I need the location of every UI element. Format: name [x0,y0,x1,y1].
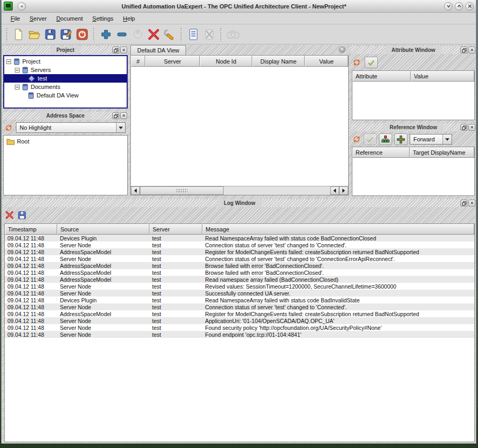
minimize-button[interactable] [444,2,453,11]
column-header-displayname[interactable]: Display Name [252,56,305,67]
project-panel-titlebar[interactable]: Project ✕ [3,46,128,54]
save-project-button[interactable] [43,27,58,42]
close-button[interactable] [465,2,474,11]
disconnect-server-button[interactable] [146,27,161,42]
close-panel-button[interactable]: ✕ [120,112,127,119]
new-project-button[interactable] [11,27,26,42]
float-panel-button[interactable] [112,112,119,119]
title-bar[interactable]: Unified Automation UaExpert - The OPC Un… [2,0,476,13]
save-project-as-button[interactable] [59,27,74,42]
open-project-button[interactable] [27,27,42,42]
remove-server-button[interactable] [114,27,129,42]
close-panel-button[interactable]: ✕ [120,47,127,53]
remove-document-button[interactable] [202,27,217,42]
column-header-timestamp[interactable]: Timestamp [5,224,57,235]
maximize-button[interactable] [455,2,463,11]
menu-help[interactable]: Help [118,14,140,23]
log-row[interactable]: 09.04.12 11:48 Server Node test Connecti… [5,303,474,310]
column-header-message[interactable]: Message [202,224,474,235]
add-document-button[interactable] [186,27,201,42]
combo-arrow[interactable] [442,135,452,144]
tab-default-da-view[interactable]: Default DA View [130,45,186,55]
tree-item-default-da-view[interactable]: Default DA View [4,91,127,100]
combo-arrow[interactable] [116,123,125,132]
log-row[interactable]: 09.04.12 11:48 Devices Plugin test Read … [5,235,474,241]
log-row[interactable]: 09.04.12 11:48 AddressSpaceModel test Re… [5,248,474,255]
tree-item-documents[interactable]: Documents [4,83,127,91]
column-header-target-displayname[interactable]: Target DisplayName [410,147,474,158]
server-properties-button[interactable] [162,27,177,42]
menu-file[interactable]: File [6,14,25,23]
tree-item-project[interactable]: Project [4,57,127,66]
refresh-icon[interactable] [352,58,361,67]
log-window-titlebar[interactable]: Log Window ✕ [3,199,476,207]
da-table-body[interactable] [131,67,348,186]
column-header-source[interactable]: Source [57,224,149,235]
menu-server[interactable]: Server [25,14,51,23]
log-row[interactable]: 09.04.12 11:48 Server Node test Found en… [5,331,474,338]
toolbar-handle[interactable] [6,28,8,41]
reference-window-titlebar[interactable]: Reference Window ✕ [351,123,476,131]
refresh-icon[interactable] [4,123,13,132]
close-panel-button[interactable]: ✕ [468,47,475,53]
hierarchical-references-button[interactable] [379,133,392,145]
column-header-attribute[interactable]: Attribute [352,71,411,82]
attribute-window-titlebar[interactable]: Attribute Window ✕ [351,46,476,54]
log-row[interactable]: 09.04.12 11:48 Server Node test Successf… [5,290,474,297]
column-header-index[interactable]: # [131,56,145,67]
log-row[interactable]: 09.04.12 11:48 Server Node test Connecti… [5,255,474,262]
address-space-titlebar[interactable]: Address Space ✕ [3,112,128,120]
log-row[interactable]: 09.04.12 11:48 AddressSpaceModel test Br… [5,262,474,269]
log-row[interactable]: 09.04.12 11:48 Devices Plugin test Read … [5,297,474,303]
log-row[interactable]: 09.04.12 11:48 Server Node test Connecti… [5,241,474,248]
tree-item-servers[interactable]: Servers [4,66,127,74]
float-panel-button[interactable] [461,200,467,207]
log-row[interactable]: 09.04.12 11:48 Server Node test Applicat… [5,317,474,324]
scroll-left-button[interactable] [131,186,140,195]
float-panel-button[interactable] [461,124,467,131]
float-panel-button[interactable] [461,47,467,53]
save-log-icon[interactable] [18,211,26,219]
attribute-table-body[interactable] [352,82,474,120]
collapse-icon[interactable] [15,68,20,73]
refresh-icon[interactable] [352,135,361,144]
clear-log-icon[interactable] [5,211,14,219]
scroll-left-button-2[interactable] [330,186,339,195]
menu-document[interactable]: Document [51,14,87,23]
horizontal-scrollbar[interactable] [131,186,348,195]
auto-update-button[interactable] [365,57,378,68]
close-panel-button[interactable]: ✕ [468,200,475,207]
collapse-icon[interactable] [6,59,11,64]
camera-button[interactable] [226,27,241,42]
log-row[interactable]: 09.04.12 11:48 Server Node test Found se… [5,324,474,331]
scroll-right-button[interactable] [339,186,348,195]
collapse-icon[interactable] [15,85,20,89]
scrollbar-thumb[interactable] [140,186,224,195]
quit-button[interactable] [75,27,90,42]
tree-item-test[interactable]: test [4,74,127,83]
log-row[interactable]: 09.04.12 11:48 AddressSpaceModel test Br… [5,269,474,276]
reference-table-body[interactable] [352,158,474,195]
menu-settings[interactable]: Settings [87,14,118,23]
column-header-value[interactable]: Value [411,71,474,82]
column-header-nodeid[interactable]: Node Id [200,56,252,67]
column-header-value[interactable]: Value [305,56,348,67]
close-panel-button[interactable]: ✕ [468,124,475,131]
float-panel-button[interactable] [112,47,119,53]
log-row[interactable]: 09.04.12 11:48 AddressSpaceModel test Re… [5,276,474,283]
column-header-reference[interactable]: Reference [352,147,410,158]
app-icon[interactable] [4,2,13,11]
tab-close-button[interactable]: ✕ [339,46,346,53]
scrollbar-track[interactable] [224,186,330,195]
auto-update-button[interactable] [364,133,377,145]
direction-combo[interactable]: Forward [410,134,452,145]
log-row[interactable]: 09.04.12 11:48 Server Node test Revised … [5,283,474,290]
tree-item-root[interactable]: Root [4,137,127,146]
all-references-button[interactable] [394,133,408,145]
column-header-server[interactable]: Server [145,56,200,67]
column-header-server[interactable]: Server [149,224,202,235]
sticky-button[interactable] [17,2,26,11]
highlight-combo[interactable]: No Highlight [16,122,126,133]
add-server-button[interactable] [99,27,113,42]
log-row[interactable]: 09.04.12 11:48 AddressSpaceModel test Re… [5,310,474,317]
